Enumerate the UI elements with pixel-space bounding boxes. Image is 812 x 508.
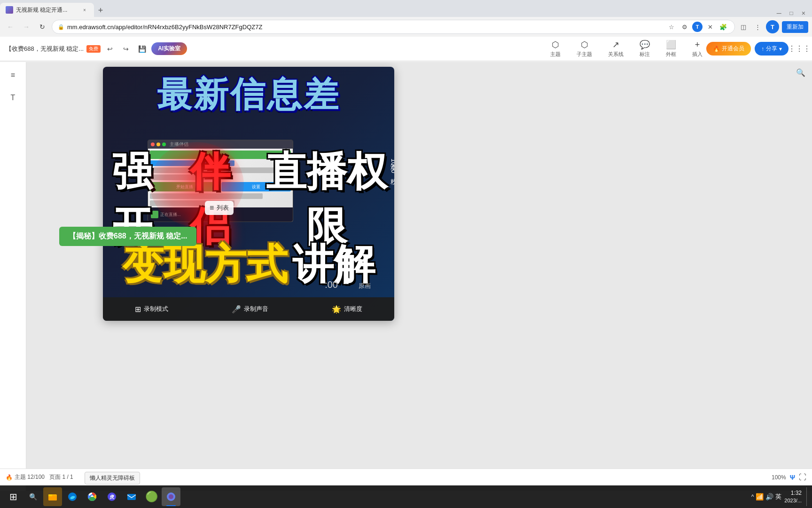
recording-controls: ⊞ 录制模式 🎤 录制声音 🌟 清晰度 [103, 297, 394, 321]
tray-lang[interactable]: 英 [775, 492, 781, 501]
rec-clarity[interactable]: 🌟 清晰度 [332, 305, 362, 314]
vip-icon: 🔥 [713, 46, 720, 52]
clock[interactable]: 1:32 2023/... [784, 489, 802, 504]
share-dropdown-icon: ▾ [779, 46, 782, 52]
address-bar-row: ← → ↻ 🔒 mm.edrawsoft.cn/app/editor/nRN4r… [0, 17, 812, 37]
tool-frame[interactable]: ⬜ 外框 [662, 38, 680, 60]
grid-menu-button[interactable]: ⋮⋮⋮ [792, 42, 806, 56]
url-bar[interactable]: 🔒 mm.edrawsoft.cn/app/editor/nRN4rxbz6B2… [52, 20, 735, 34]
system-tray: ^ 📶 🔊 英 [751, 492, 782, 501]
forward-button[interactable]: → [20, 20, 33, 33]
title-line1: 最新信息差 [103, 71, 394, 119]
undo-button[interactable]: ↩ [103, 42, 117, 56]
tool-insert[interactable]: + 插入 [688, 38, 706, 60]
relation-icon: ↗ [612, 40, 619, 50]
search-button[interactable]: 🔍 [793, 65, 808, 80]
taskbar-file-explorer[interactable] [43, 487, 62, 506]
theme-icon: ⬡ [552, 40, 559, 50]
ai-lab-button[interactable]: AI实验室 [151, 42, 187, 55]
taskbar-left: ⊞ 🔍 虎 🟢 [4, 487, 180, 506]
rec-audio[interactable]: 🎤 录制声音 [232, 305, 268, 314]
status-bar-right: 100% Ψ ⛶ [772, 473, 806, 482]
rec-mode[interactable]: ⊞ 录制模式 [135, 305, 168, 314]
settings-icon[interactable]: ⋮ [752, 21, 763, 32]
window-controls: ─ □ × [680, 9, 812, 17]
tab-title: 无视新规 稳定开通... [16, 6, 78, 14]
tray-network[interactable]: 📶 [756, 493, 764, 500]
left-sidebar: ≡ T [0, 62, 26, 491]
rec-mode-label: 录制模式 [144, 305, 168, 313]
theme-label: 主题 [550, 51, 561, 58]
extension-icon[interactable]: ⚙ [679, 21, 690, 32]
save-button[interactable]: 💾 [135, 42, 148, 56]
rec-audio-icon: 🎤 [232, 305, 241, 314]
reload-button[interactable]: ↻ [36, 20, 49, 33]
back-button[interactable]: ← [4, 20, 17, 33]
sidebar-list-icon[interactable]: ≡ [4, 66, 23, 85]
main-video-node: 最新信息差 强开 伴侣 直播权限 主播伴侣 [103, 67, 394, 321]
tab-close-btn[interactable]: × [81, 6, 88, 14]
profile-avatar[interactable]: T [766, 20, 779, 33]
tool-theme[interactable]: ⬡ 主题 [547, 38, 564, 60]
taskbar-mail[interactable] [122, 487, 141, 506]
fullscreen-icon[interactable]: ⛶ [799, 473, 806, 482]
insert-icon: + [695, 40, 700, 50]
renew-button[interactable]: 重新加 [782, 21, 808, 33]
vip-label: 开通会员 [722, 45, 744, 53]
maximize-btn[interactable]: □ [787, 10, 796, 16]
status-bar-left: 🔥 主题 12/100 页面 1 / 1 [6, 473, 73, 481]
video-thumbnail: 最新信息差 强开 伴侣 直播权限 主播伴侣 [103, 67, 394, 321]
tool-annotation[interactable]: 💬 标注 [636, 38, 654, 60]
taskbar-right: ^ 📶 🔊 英 1:32 2023/... [751, 487, 808, 506]
badge-text: 【揭秘】收费688，无视新规 稳定... [69, 232, 187, 240]
toolbar-right-actions: 🔥 开通会员 ↑ 分享 ▾ ⋮⋮⋮ [706, 42, 806, 56]
app-toolbar: 【收费688，无视新规 稳定... 免费 ↩ ↪ 💾 AI实验室 ⬡ 主题 ⬡ … [0, 37, 812, 61]
tooltip-text: 懒人精灵无障碍板 [90, 475, 135, 481]
green-badge: 【揭秘】收费688，无视新规 稳定... [59, 227, 196, 246]
taskbar-green-app[interactable]: 🟢 [142, 487, 161, 506]
share-label: 分享 [766, 45, 777, 53]
lock-icon: 🔒 [58, 24, 64, 30]
minimize-btn[interactable]: ─ [774, 9, 784, 17]
doc-title: 【收费688，无视新规 稳定... [6, 45, 84, 53]
annotation-label: 标注 [640, 51, 650, 58]
taskbar-search[interactable]: 🔍 [23, 487, 42, 506]
show-desktop-btn[interactable] [806, 487, 808, 506]
relation-label: 关系线 [608, 51, 624, 58]
start-menu-button[interactable]: ⊞ [4, 487, 23, 506]
tool-subtheme[interactable]: ⬡ 子主题 [573, 38, 596, 60]
taskbar-current-app[interactable] [162, 487, 180, 506]
new-tab-button[interactable]: + [94, 4, 107, 17]
tool-relation[interactable]: ↗ 关系线 [604, 38, 627, 60]
frame-icon: ⬜ [666, 40, 676, 50]
right-edge-text: 涨1000粉 [390, 159, 394, 173]
share-button[interactable]: ↑ 分享 ▾ [755, 42, 789, 56]
active-tab[interactable]: 无视新规 稳定开通... × [0, 3, 94, 17]
time-display-taskbar: 1:32 [784, 489, 802, 497]
taskbar-hy[interactable]: 虎 [102, 487, 121, 506]
tooltip-lazygenie: 懒人精灵无障碍板 [85, 472, 140, 484]
taskbar-edge[interactable] [63, 487, 82, 506]
theme-count-text: 主题 12/100 [15, 473, 45, 481]
tray-volume[interactable]: 🔊 [765, 493, 773, 500]
tray-arrow[interactable]: ^ [751, 493, 754, 500]
profile-circle-icon[interactable]: T [692, 22, 703, 32]
redo-button[interactable]: ↪ [119, 42, 133, 56]
vip-button[interactable]: 🔥 开通会员 [706, 42, 751, 56]
sidebar-text-icon[interactable]: T [4, 88, 23, 107]
bookmark-star-icon[interactable]: ☆ [666, 21, 677, 32]
x-icon[interactable]: ✕ [704, 21, 716, 32]
tab-bar: 无视新规 稳定开通... × + ─ □ × [0, 0, 812, 17]
node-toolbar: ≡ 列表 [205, 201, 234, 215]
page-info: 页面 1 / 1 [49, 473, 73, 481]
address-right-icons: ☆ ⚙ T ✕ 🧩 [666, 21, 729, 32]
extensions-puzzle-icon[interactable]: 🧩 [718, 21, 729, 32]
ai-logo: Ψ [790, 474, 795, 481]
sidebar-toggle-icon[interactable]: ◫ [738, 21, 749, 32]
svg-text:虎: 虎 [109, 494, 114, 500]
canvas-area[interactable]: 【揭秘】收费688，无视新规 稳定... ≡ 列表 最新信息差 强开 伴侣 直播… [26, 62, 812, 491]
list-icon: ≡ [210, 204, 214, 212]
close-btn[interactable]: × [799, 9, 808, 17]
taskbar-chrome[interactable] [83, 487, 102, 506]
rec-mode-icon: ⊞ [135, 305, 141, 314]
